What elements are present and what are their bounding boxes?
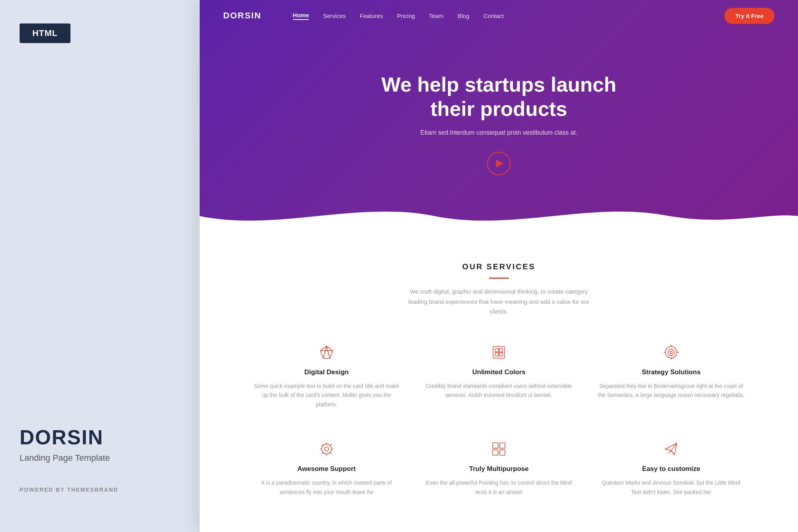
service-title-1: Digital Design: [252, 368, 401, 376]
nav-link-team[interactable]: Team: [429, 13, 444, 19]
service-text-4: It is a paradisematic country, in which …: [252, 478, 401, 497]
service-title-6: Easy to customize: [597, 465, 746, 473]
services-divider: [489, 278, 509, 279]
nav-link-features[interactable]: Features: [360, 13, 383, 19]
service-item-customize: Easy to customize Question Marks and dev…: [589, 433, 753, 505]
html-badge: HTML: [20, 23, 70, 43]
brand-subtitle: Landing Page Template: [20, 453, 118, 463]
nav-links: Home Services Features Pricing Team Blog…: [293, 12, 725, 20]
svg-point-6: [668, 349, 675, 355]
hero-subtitle: Etiam sed.Interdum consequat proin vesti…: [362, 129, 636, 136]
brand-title: DORSIN: [20, 426, 118, 449]
svg-rect-1: [495, 348, 498, 352]
palette-icon: [491, 344, 507, 361]
service-text-1: Some quick example text to build on the …: [252, 382, 401, 409]
nav-link-pricing[interactable]: Pricing: [397, 13, 415, 19]
left-panel: HTML DORSIN Landing Page Template POWERE…: [0, 0, 200, 532]
target-icon: [663, 344, 679, 361]
try-it-free-button[interactable]: Try it Free: [724, 8, 775, 24]
service-text-5: Even the all-powerful Pointing has no co…: [424, 478, 573, 497]
navbar: DORSIN Home Services Features Pricing Te…: [200, 0, 798, 31]
svg-rect-4: [499, 353, 502, 356]
service-text-2: Credibly brand standards compliant users…: [424, 382, 573, 400]
svg-rect-10: [493, 443, 498, 448]
powered-by: POWERED BY THEMESBRAND: [20, 487, 118, 493]
services-description: We craft digital, graphic and dimensiona…: [401, 287, 597, 317]
services-label: OUR SERVICES: [223, 262, 775, 271]
services-header: OUR SERVICES We craft digital, graphic a…: [223, 262, 775, 317]
hero-content: We help startups launch their products E…: [362, 72, 636, 175]
svg-rect-2: [499, 348, 502, 352]
service-text-3: Separated they live in Bookmarksgrove ri…: [597, 382, 746, 400]
service-item-unlimited-colors: Unlimited Colors Credibly brand standard…: [417, 336, 581, 417]
service-title-4: Awesome Support: [252, 465, 401, 473]
service-text-6: Question Marks and devious Semikoli, but…: [597, 478, 746, 497]
settings-icon: [318, 441, 335, 457]
play-button[interactable]: [487, 151, 511, 175]
nav-link-blog[interactable]: Blog: [458, 13, 469, 19]
svg-rect-0: [493, 346, 504, 358]
service-item-multipurpose: Truly Multipurpose Even the all-powerful…: [417, 433, 581, 505]
svg-rect-3: [495, 353, 498, 356]
left-bottom: DORSIN Landing Page Template POWERED BY …: [20, 426, 118, 493]
svg-rect-12: [493, 450, 498, 455]
svg-point-5: [665, 346, 677, 358]
service-item-strategy: Strategy Solutions Separated they live i…: [589, 336, 753, 417]
svg-rect-13: [500, 450, 505, 455]
svg-point-8: [325, 447, 329, 451]
service-item-support: Awesome Support It is a paradisematic co…: [244, 433, 409, 505]
service-item-digital-design: Digital Design Some quick example text t…: [244, 336, 409, 417]
nav-logo[interactable]: DORSIN: [223, 11, 262, 21]
nav-link-home[interactable]: Home: [293, 12, 309, 20]
svg-point-9: [321, 444, 331, 454]
service-title-5: Truly Multipurpose: [424, 465, 573, 473]
diamond-icon: [318, 344, 335, 361]
browser-window: DORSIN Home Services Features Pricing Te…: [200, 0, 798, 532]
services-section: OUR SERVICES We craft digital, graphic a…: [200, 231, 798, 528]
play-icon: [496, 159, 503, 167]
svg-point-7: [670, 351, 672, 353]
hero-title: We help startups launch their products: [362, 72, 636, 121]
hero-section: DORSIN Home Services Features Pricing Te…: [200, 0, 798, 231]
service-title-2: Unlimited Colors: [424, 368, 573, 376]
nav-link-contact[interactable]: Contact: [484, 13, 504, 19]
services-grid: Digital Design Some quick example text t…: [244, 336, 753, 505]
grid-icon: [491, 441, 507, 457]
nav-link-services[interactable]: Services: [323, 13, 346, 19]
service-title-3: Strategy Solutions: [597, 368, 746, 376]
plane-icon: [663, 441, 679, 457]
hero-wave: [200, 200, 798, 231]
svg-rect-11: [500, 443, 505, 448]
